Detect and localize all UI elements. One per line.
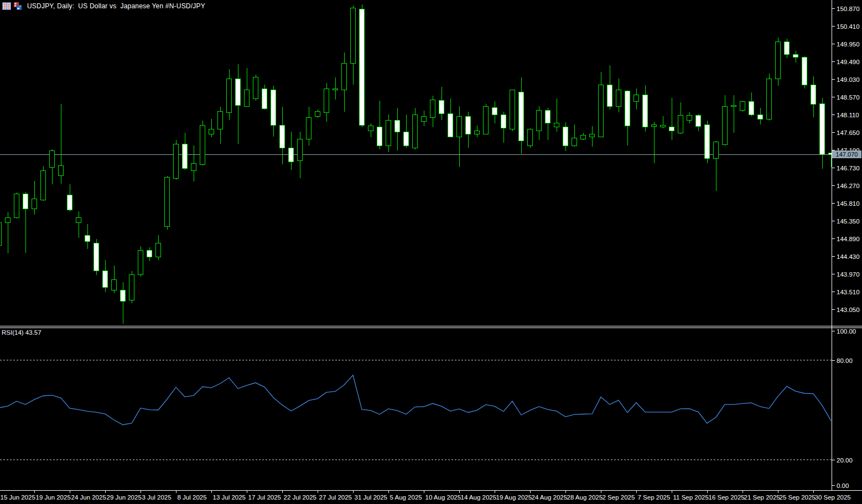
svg-text:16 Sep 2025: 16 Sep 2025 <box>709 494 745 501</box>
svg-text:149.030: 149.030 <box>837 76 860 83</box>
svg-text:2 Sep 2025: 2 Sep 2025 <box>603 494 635 501</box>
current-price-label: 147.070 <box>832 150 861 158</box>
indicator-label: RSI(14) 43.57 <box>2 329 41 336</box>
chart-title: USDJPY, Daily: US Dollar vs Japanese Yen… <box>27 2 205 10</box>
svg-text:15 Jun 2025: 15 Jun 2025 <box>1 494 35 501</box>
svg-text:29 Jun 2025: 29 Jun 2025 <box>107 494 142 501</box>
chart-title-overlay: USDJPY, Daily: US Dollar vs Japanese Yen… <box>2 2 205 11</box>
svg-text:3 Jul 2025: 3 Jul 2025 <box>142 494 172 501</box>
svg-text:25 Sep 2025: 25 Sep 2025 <box>780 494 816 501</box>
svg-text:7 Sep 2025: 7 Sep 2025 <box>638 494 671 501</box>
svg-text:0.00: 0.00 <box>837 482 849 489</box>
svg-text:149.950: 149.950 <box>837 41 860 48</box>
svg-text:143.970: 143.970 <box>837 271 860 278</box>
svg-text:28 Aug 2025: 28 Aug 2025 <box>567 494 603 501</box>
svg-text:150.870: 150.870 <box>837 6 860 12</box>
rsi-line <box>0 375 831 425</box>
svg-text:8 Jul 2025: 8 Jul 2025 <box>178 494 207 501</box>
svg-text:27 Jul 2025: 27 Jul 2025 <box>319 494 352 501</box>
svg-text:145.810: 145.810 <box>837 200 860 207</box>
svg-text:19 Aug 2025: 19 Aug 2025 <box>496 494 532 501</box>
svg-text:24 Jun 2025: 24 Jun 2025 <box>71 494 106 501</box>
candles-layer[interactable] <box>0 4 834 324</box>
svg-text:13 Jul 2025: 13 Jul 2025 <box>213 494 246 501</box>
svg-text:150.410: 150.410 <box>837 23 860 30</box>
price-axis[interactable]: 150.870150.410149.950149.490149.030148.5… <box>832 6 860 313</box>
svg-text:147.650: 147.650 <box>837 129 860 136</box>
svg-text:146.730: 146.730 <box>837 165 860 172</box>
svg-text:80.00: 80.00 <box>837 357 853 364</box>
svg-text:145.350: 145.350 <box>837 218 860 225</box>
svg-text:11 Sep 2025: 11 Sep 2025 <box>673 494 709 501</box>
svg-text:14 Aug 2025: 14 Aug 2025 <box>461 494 497 501</box>
svg-text:149.490: 149.490 <box>837 59 860 65</box>
svg-text:30 Sep 2025: 30 Sep 2025 <box>815 494 851 501</box>
svg-text:20.00: 20.00 <box>837 457 853 464</box>
svg-text:21 Sep 2025: 21 Sep 2025 <box>744 494 780 501</box>
pane-borders <box>0 0 862 491</box>
svg-text:10 Aug 2025: 10 Aug 2025 <box>425 494 461 501</box>
rsi-axis[interactable]: 100.0080.0020.000.00 <box>832 328 856 489</box>
svg-text:146.270: 146.270 <box>837 183 860 189</box>
svg-text:22 Jul 2025: 22 Jul 2025 <box>284 494 316 501</box>
svg-text:31 Jul 2025: 31 Jul 2025 <box>355 494 387 501</box>
svg-text:143.050: 143.050 <box>837 306 860 313</box>
svg-text:17 Jul 2025: 17 Jul 2025 <box>248 494 281 501</box>
rsi-level-lines <box>0 360 832 460</box>
quotes-grid-icon[interactable] <box>2 2 11 11</box>
chart-windows-icon[interactable] <box>13 2 22 11</box>
mt-chart-window: 150.870150.410149.950149.490149.030148.5… <box>0 0 862 504</box>
svg-text:100.00: 100.00 <box>837 328 856 335</box>
svg-text:144.890: 144.890 <box>837 236 860 242</box>
chart-canvas[interactable]: 150.870150.410149.950149.490149.030148.5… <box>0 0 862 504</box>
time-axis[interactable]: 15 Jun 202519 Jun 202524 Jun 202529 Jun … <box>0 490 851 501</box>
svg-text:148.110: 148.110 <box>837 112 859 118</box>
svg-text:143.510: 143.510 <box>837 289 860 295</box>
svg-text:5 Aug 2025: 5 Aug 2025 <box>390 494 422 501</box>
svg-text:144.430: 144.430 <box>837 253 860 260</box>
svg-text:148.570: 148.570 <box>837 94 860 101</box>
svg-text:24 Aug 2025: 24 Aug 2025 <box>532 494 568 501</box>
svg-text:19 Jun 2025: 19 Jun 2025 <box>36 494 71 501</box>
